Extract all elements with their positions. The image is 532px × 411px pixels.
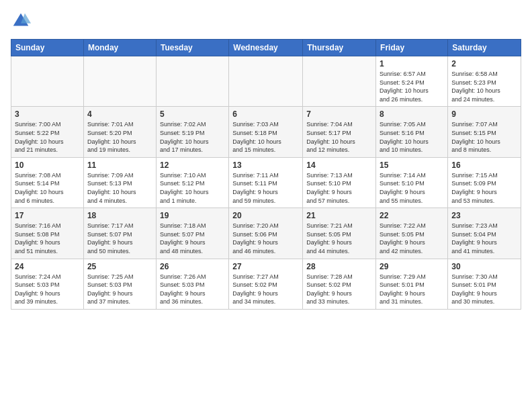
day-number: 8 (380, 109, 444, 119)
day-number: 22 (380, 211, 444, 220)
day-number: 12 (160, 161, 225, 170)
day-info: Sunrise: 7:15 AM Sunset: 5:09 PM Dayligh… (451, 171, 517, 205)
day-number: 9 (451, 109, 517, 119)
day-number: 15 (380, 161, 444, 170)
calendar-day: 3Sunrise: 7:00 AM Sunset: 5:22 PM Daylig… (11, 107, 84, 157)
day-number: 2 (451, 59, 517, 68)
day-info: Sunrise: 7:25 AM Sunset: 5:03 PM Dayligh… (87, 273, 152, 306)
day-info: Sunrise: 7:08 AM Sunset: 5:14 PM Dayligh… (15, 171, 80, 205)
day-info: Sunrise: 7:04 AM Sunset: 5:17 PM Dayligh… (306, 120, 372, 154)
calendar-day (156, 56, 228, 107)
day-number: 27 (232, 262, 299, 271)
calendar-day: 13Sunrise: 7:11 AM Sunset: 5:11 PM Dayli… (229, 157, 303, 208)
calendar-day: 27Sunrise: 7:27 AM Sunset: 5:02 PM Dayli… (229, 259, 303, 309)
day-info: Sunrise: 7:18 AM Sunset: 5:07 PM Dayligh… (160, 222, 225, 255)
calendar-day: 10Sunrise: 7:08 AM Sunset: 5:14 PM Dayli… (11, 157, 84, 208)
day-info: Sunrise: 7:27 AM Sunset: 5:02 PM Dayligh… (232, 273, 299, 306)
calendar-day: 30Sunrise: 7:30 AM Sunset: 5:01 PM Dayli… (448, 259, 521, 309)
day-info: Sunrise: 7:23 AM Sunset: 5:04 PM Dayligh… (451, 222, 517, 255)
calendar-day: 12Sunrise: 7:10 AM Sunset: 5:12 PM Dayli… (156, 157, 228, 208)
calendar-day (303, 56, 376, 107)
day-number: 21 (306, 211, 372, 220)
calendar-day: 25Sunrise: 7:25 AM Sunset: 5:03 PM Dayli… (83, 259, 156, 309)
calendar-day: 29Sunrise: 7:29 AM Sunset: 5:01 PM Dayli… (376, 259, 448, 309)
day-info: Sunrise: 7:10 AM Sunset: 5:12 PM Dayligh… (160, 171, 225, 205)
calendar-week-row: 10Sunrise: 7:08 AM Sunset: 5:14 PM Dayli… (11, 157, 521, 208)
calendar-day: 26Sunrise: 7:26 AM Sunset: 5:03 PM Dayli… (156, 259, 228, 309)
day-info: Sunrise: 7:20 AM Sunset: 5:06 PM Dayligh… (232, 222, 299, 255)
calendar-day: 23Sunrise: 7:23 AM Sunset: 5:04 PM Dayli… (448, 208, 521, 259)
day-number: 10 (15, 161, 80, 170)
header-sunday: Sunday (11, 40, 84, 56)
calendar-day: 20Sunrise: 7:20 AM Sunset: 5:06 PM Dayli… (229, 208, 303, 259)
day-number: 17 (15, 211, 80, 220)
day-info: Sunrise: 7:00 AM Sunset: 5:22 PM Dayligh… (15, 120, 80, 154)
day-info: Sunrise: 7:14 AM Sunset: 5:10 PM Dayligh… (380, 171, 444, 205)
calendar-day: 16Sunrise: 7:15 AM Sunset: 5:09 PM Dayli… (448, 157, 521, 208)
calendar-week-row: 3Sunrise: 7:00 AM Sunset: 5:22 PM Daylig… (11, 107, 521, 157)
day-number: 16 (451, 161, 517, 170)
day-number: 1 (380, 59, 444, 68)
day-number: 19 (160, 211, 225, 220)
calendar-week-row: 1Sunrise: 6:57 AM Sunset: 5:24 PM Daylig… (11, 56, 521, 107)
day-number: 24 (15, 262, 80, 271)
logo-icon (11, 11, 31, 31)
calendar-day: 28Sunrise: 7:28 AM Sunset: 5:02 PM Dayli… (303, 259, 376, 309)
day-info: Sunrise: 7:21 AM Sunset: 5:05 PM Dayligh… (306, 222, 372, 255)
day-number: 11 (87, 161, 152, 170)
calendar-week-row: 17Sunrise: 7:16 AM Sunset: 5:08 PM Dayli… (11, 208, 521, 259)
day-number: 7 (306, 109, 372, 119)
day-info: Sunrise: 7:11 AM Sunset: 5:11 PM Dayligh… (232, 171, 299, 205)
day-number: 29 (380, 262, 444, 271)
page-header (11, 11, 521, 31)
day-number: 25 (87, 262, 152, 271)
day-info: Sunrise: 7:09 AM Sunset: 5:13 PM Dayligh… (87, 171, 152, 205)
calendar-day: 7Sunrise: 7:04 AM Sunset: 5:17 PM Daylig… (303, 107, 376, 157)
calendar-day: 22Sunrise: 7:22 AM Sunset: 5:05 PM Dayli… (376, 208, 448, 259)
day-number: 13 (232, 161, 299, 170)
day-info: Sunrise: 7:22 AM Sunset: 5:05 PM Dayligh… (380, 222, 444, 255)
day-number: 14 (306, 161, 372, 170)
day-info: Sunrise: 7:30 AM Sunset: 5:01 PM Dayligh… (451, 273, 517, 306)
calendar-day (83, 56, 156, 107)
day-info: Sunrise: 7:05 AM Sunset: 5:16 PM Dayligh… (380, 120, 444, 154)
day-number: 6 (232, 109, 299, 119)
day-info: Sunrise: 7:29 AM Sunset: 5:01 PM Dayligh… (380, 273, 444, 306)
calendar-day: 21Sunrise: 7:21 AM Sunset: 5:05 PM Dayli… (303, 208, 376, 259)
day-number: 23 (451, 211, 517, 220)
day-info: Sunrise: 7:28 AM Sunset: 5:02 PM Dayligh… (306, 273, 372, 306)
calendar-day: 4Sunrise: 7:01 AM Sunset: 5:20 PM Daylig… (83, 107, 156, 157)
calendar-day: 11Sunrise: 7:09 AM Sunset: 5:13 PM Dayli… (83, 157, 156, 208)
header-tuesday: Tuesday (156, 40, 228, 56)
calendar-day: 1Sunrise: 6:57 AM Sunset: 5:24 PM Daylig… (376, 56, 448, 107)
day-info: Sunrise: 7:26 AM Sunset: 5:03 PM Dayligh… (160, 273, 225, 306)
day-info: Sunrise: 7:03 AM Sunset: 5:18 PM Dayligh… (232, 120, 299, 154)
calendar-day: 24Sunrise: 7:24 AM Sunset: 5:03 PM Dayli… (11, 259, 84, 309)
day-number: 28 (306, 262, 372, 271)
day-info: Sunrise: 7:13 AM Sunset: 5:10 PM Dayligh… (306, 171, 372, 205)
calendar-header-row: SundayMondayTuesdayWednesdayThursdayFrid… (11, 40, 521, 56)
day-number: 3 (15, 109, 80, 119)
calendar-table: SundayMondayTuesdayWednesdayThursdayFrid… (11, 39, 521, 310)
header-friday: Friday (376, 40, 448, 56)
day-number: 5 (160, 109, 225, 119)
day-info: Sunrise: 6:58 AM Sunset: 5:23 PM Dayligh… (451, 70, 517, 103)
calendar-day: 18Sunrise: 7:17 AM Sunset: 5:07 PM Dayli… (83, 208, 156, 259)
day-number: 20 (232, 211, 299, 220)
day-number: 4 (87, 109, 152, 119)
calendar-day: 15Sunrise: 7:14 AM Sunset: 5:10 PM Dayli… (376, 157, 448, 208)
day-number: 30 (451, 262, 517, 271)
day-info: Sunrise: 7:24 AM Sunset: 5:03 PM Dayligh… (15, 273, 80, 306)
day-info: Sunrise: 7:01 AM Sunset: 5:20 PM Dayligh… (87, 120, 152, 154)
calendar-day: 5Sunrise: 7:02 AM Sunset: 5:19 PM Daylig… (156, 107, 228, 157)
day-info: Sunrise: 6:57 AM Sunset: 5:24 PM Dayligh… (380, 70, 444, 103)
calendar-day: 17Sunrise: 7:16 AM Sunset: 5:08 PM Dayli… (11, 208, 84, 259)
header-saturday: Saturday (448, 40, 521, 56)
calendar-week-row: 24Sunrise: 7:24 AM Sunset: 5:03 PM Dayli… (11, 259, 521, 309)
calendar-day: 14Sunrise: 7:13 AM Sunset: 5:10 PM Dayli… (303, 157, 376, 208)
header-monday: Monday (83, 40, 156, 56)
calendar-day: 19Sunrise: 7:18 AM Sunset: 5:07 PM Dayli… (156, 208, 228, 259)
day-info: Sunrise: 7:02 AM Sunset: 5:19 PM Dayligh… (160, 120, 225, 154)
day-info: Sunrise: 7:16 AM Sunset: 5:08 PM Dayligh… (15, 222, 80, 255)
header-wednesday: Wednesday (229, 40, 303, 56)
